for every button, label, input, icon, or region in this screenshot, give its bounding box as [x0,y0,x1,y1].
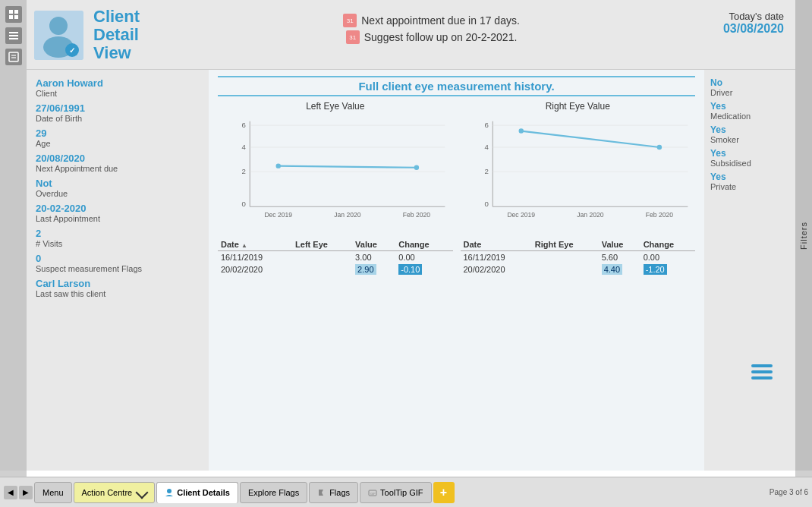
client-age: 29 [36,128,201,139]
action-centre-button[interactable]: Action Centre [74,482,156,503]
client-last-saw: Carl Larson [36,278,201,289]
client-last-appt: 20-02-2020 [36,203,201,214]
main-content: ✓ Client Detail View 31 Next appointment… [27,0,795,471]
client-flags-label: Suspect measurement Flags [36,264,201,273]
right-row1-eye [532,250,599,263]
header-right: Today's date 03/08/2020 [723,8,784,36]
svg-text:4: 4 [242,143,247,151]
calendar-icon-2: 31 [346,30,360,44]
right-row2-change: -1.20 [640,263,695,276]
sidebar-icon-2[interactable] [5,27,22,44]
right-eye-svg: 6 4 2 0 Dec 2019 Jan 2020 Feb 2020 [461,113,696,227]
page-info: Page 3 of 6 [770,488,808,496]
left-row2-value: 2.90 [352,263,395,276]
left-row2-change: -0.10 [395,263,452,276]
menu-button[interactable]: Menu [34,482,72,503]
client-next-appt-label: Next Appointment due [36,164,201,173]
table-row: 16/11/2019 3.00 0.00 [218,250,453,263]
tooltip-gif-button[interactable]: GIF ToolTip GIF [360,482,431,503]
svg-text:0: 0 [242,200,246,208]
left-row2-eye [292,263,352,276]
svg-text:Dec 2019: Dec 2019 [507,211,535,219]
svg-text:6: 6 [242,121,246,129]
svg-text:Jan 2020: Jan 2020 [577,211,603,219]
svg-rect-6 [9,38,18,39]
driver-label: Driver [710,88,789,97]
right-row2-date: 20/02/2020 [461,263,532,276]
add-button[interactable]: + [433,482,455,503]
table-row: 16/11/2019 5.60 0.00 [461,250,696,263]
client-last-appt-label: Last Appointment [36,214,201,223]
tooltip-gif-label: ToolTip GIF [380,488,423,497]
medication-label: Medication [710,112,789,121]
chart-area: Full client eye measurement history. Lef… [209,70,704,471]
right-row1-value: 5.60 [599,250,640,263]
driver-value: No [710,77,789,88]
cursor-icon [136,486,149,499]
svg-rect-3 [14,15,18,19]
sidebar-icon-1[interactable] [5,6,22,23]
value-highlight: 2.90 [355,264,376,275]
svg-point-28 [276,163,281,168]
svg-rect-1 [14,10,18,14]
client-details-button[interactable]: Client Details [156,482,238,503]
right-table-date-header: Date [461,238,532,251]
body-layout: Aaron Howard Client 27/06/1991 Date of B… [27,70,795,471]
right-row1-date: 16/11/2019 [461,250,532,263]
taskbar: ◀ ▶ Menu Action Centre Client Details Ex… [0,477,812,507]
title-line1: Client [93,7,140,26]
svg-rect-2 [9,15,13,19]
sidebar-icon-3[interactable] [5,49,22,65]
table-row: 20/02/2020 4.40 -1.20 [461,263,696,276]
right-row2-eye [532,263,599,276]
filter-label: Filters [799,222,808,250]
tables-row: Date ▲ Left Eye Value Change 16/11/2019 … [218,238,695,276]
right-eye-title: Right Eye Value [461,101,696,112]
smoker-value: Yes [710,124,789,135]
change-highlight: -0.10 [398,264,422,275]
explore-flags-button[interactable]: Explore Flags [240,482,307,503]
svg-text:4: 4 [484,143,489,151]
left-table-value-header: Value [352,238,395,251]
left-row1-value: 3.00 [352,250,395,263]
client-overdue-label: Overdue [36,189,201,198]
app-title: Client Detail View [93,8,140,63]
svg-rect-7 [9,52,18,61]
left-row1-change: 0.00 [395,250,452,263]
appointment-text-2: Suggest follow up on 20-2-2021. [364,31,518,43]
client-type: Client [36,89,201,98]
left-table-eye-header: Left Eye [292,238,352,251]
client-details-icon [165,488,174,497]
avatar-section: ✓ Client Detail View [34,8,140,63]
svg-point-44 [656,144,661,149]
filter-panel[interactable]: Filters [795,0,812,471]
appointment-row-1: 31 Next appointment due in 17 days. [343,14,520,27]
client-visits-label: # Visits [36,239,201,248]
private-label: Private [710,182,789,191]
explore-flags-label: Explore Flags [248,488,299,497]
client-dob-label: Date of Birth [36,114,201,123]
hamburger-line-1 [751,364,773,367]
svg-text:Jan 2020: Jan 2020 [334,211,360,219]
client-name: Aaron Howard [36,77,201,89]
action-centre-label: Action Centre [82,488,133,497]
left-eye-table: Date ▲ Left Eye Value Change 16/11/2019 … [218,238,453,276]
client-dob: 27/06/1991 [36,102,201,114]
right-row2-value: 4.40 [599,263,640,276]
next-arrow[interactable]: ▶ [19,486,33,499]
hamburger-menu[interactable] [751,364,773,379]
left-panel: Aaron Howard Client 27/06/1991 Date of B… [27,70,209,471]
left-eye-svg: 6 4 2 0 Dec 2019 Jan 2020 Feb 2020 [218,113,453,227]
hamburger-line-3 [751,376,773,379]
left-table-date-header: Date ▲ [218,238,292,251]
charts-row: Left Eye Value 6 4 2 0 [218,101,695,234]
client-age-label: Age [36,139,201,148]
flags-button[interactable]: Flags [309,482,358,503]
client-overdue: Not [36,178,201,189]
right-table-eye-header: Right Eye [532,238,599,251]
prev-arrow[interactable]: ◀ [4,486,17,499]
right-table-value-header: Value [599,238,640,251]
svg-line-27 [279,165,417,167]
svg-rect-0 [9,10,13,14]
svg-text:Feb 2020: Feb 2020 [645,211,672,219]
